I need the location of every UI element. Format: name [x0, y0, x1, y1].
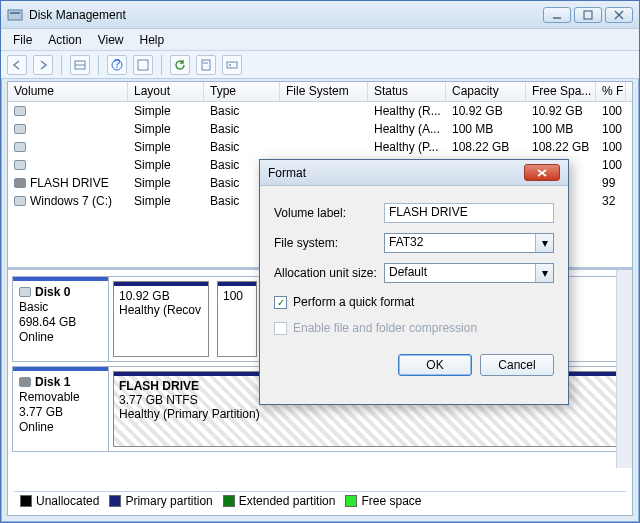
column-header[interactable]: File System	[280, 82, 368, 101]
disk0-name: Disk 0	[35, 285, 70, 299]
quick-format-row[interactable]: ✓ Perform a quick format	[274, 292, 554, 312]
menubar: File Action View Help	[1, 29, 639, 51]
column-header[interactable]: % F	[596, 82, 626, 101]
table-cell	[280, 146, 368, 148]
table-cell: 100 MB	[526, 121, 596, 137]
menu-help[interactable]: Help	[132, 31, 173, 49]
chevron-down-icon: ▾	[535, 264, 553, 282]
svg-rect-10	[138, 60, 148, 70]
svg-rect-0	[8, 10, 22, 20]
help-icon[interactable]: ?	[107, 55, 127, 75]
legend-primary: Primary partition	[125, 494, 212, 508]
table-cell: 10.92 GB	[526, 103, 596, 119]
compression-checkbox	[274, 322, 287, 335]
svg-point-14	[229, 64, 231, 66]
svg-rect-13	[227, 62, 237, 68]
disk0-partition[interactable]: 100	[217, 281, 257, 357]
cancel-button[interactable]: Cancel	[480, 354, 554, 376]
table-cell: 108.22 GB	[446, 139, 526, 155]
toolbar-icon[interactable]	[133, 55, 153, 75]
forward-button[interactable]	[33, 55, 53, 75]
file-system-select[interactable]: FAT32▾	[384, 233, 554, 253]
table-cell: 10.92 GB	[446, 103, 526, 119]
column-header[interactable]: Status	[368, 82, 446, 101]
flash-drive-icon	[14, 178, 26, 188]
file-system-value: FAT32	[389, 235, 423, 249]
compression-row: Enable file and folder compression	[274, 318, 554, 338]
table-cell: FLASH DRIVE	[8, 175, 128, 191]
table-cell: Basic	[204, 103, 280, 119]
close-button[interactable]	[605, 7, 633, 23]
table-cell: 100	[596, 121, 626, 137]
legend-extended: Extended partition	[239, 494, 336, 508]
menu-action[interactable]: Action	[40, 31, 89, 49]
disk0-header[interactable]: Disk 0 Basic 698.64 GB Online	[13, 277, 109, 361]
column-header[interactable]: Type	[204, 82, 280, 101]
table-cell	[8, 141, 128, 153]
disk-icon	[19, 287, 31, 297]
table-cell	[280, 128, 368, 130]
table-row[interactable]: SimpleBasicHealthy (P...108.22 GB108.22 …	[8, 138, 632, 156]
legend-unallocated: Unallocated	[36, 494, 99, 508]
legend-free-swatch	[345, 495, 357, 507]
format-dialog: Format Volume label: FLASH DRIVE File sy…	[259, 159, 569, 405]
disk0-partition[interactable]: 10.92 GBHealthy (Recov	[113, 281, 209, 357]
table-cell: 100 MB	[446, 121, 526, 137]
table-cell: Simple	[128, 193, 204, 209]
properties-icon[interactable]	[196, 55, 216, 75]
svg-text:?: ?	[114, 59, 121, 71]
table-cell	[8, 105, 128, 117]
table-header: VolumeLayoutTypeFile SystemStatusCapacit…	[8, 82, 632, 102]
app-icon	[7, 7, 23, 23]
column-header[interactable]: Layout	[128, 82, 204, 101]
disk0-size: 698.64 GB	[19, 315, 102, 329]
table-cell: Simple	[128, 175, 204, 191]
column-header[interactable]: Capacity	[446, 82, 526, 101]
column-header[interactable]: Volume	[8, 82, 128, 101]
legend-free: Free space	[361, 494, 421, 508]
minimize-button[interactable]	[543, 7, 571, 23]
allocation-value: Default	[389, 265, 427, 279]
disk1-name: Disk 1	[35, 375, 70, 389]
maximize-button[interactable]	[574, 7, 602, 23]
allocation-label: Allocation unit size:	[274, 266, 384, 280]
disk-map-scrollbar[interactable]	[616, 270, 632, 468]
table-cell: Healthy (P...	[368, 139, 446, 155]
toolbar-grid-icon[interactable]	[70, 55, 90, 75]
table-cell	[8, 123, 128, 135]
menu-view[interactable]: View	[90, 31, 132, 49]
table-row[interactable]: SimpleBasicHealthy (A...100 MB100 MB100	[8, 120, 632, 138]
window-title: Disk Management	[29, 8, 543, 22]
quick-format-label: Perform a quick format	[293, 295, 414, 309]
refresh-icon[interactable]	[170, 55, 190, 75]
table-row[interactable]: SimpleBasicHealthy (R...10.92 GB10.92 GB…	[8, 102, 632, 120]
table-cell: 108.22 GB	[526, 139, 596, 155]
table-cell: Simple	[128, 121, 204, 137]
table-cell: Windows 7 (C:)	[8, 193, 128, 209]
menu-file[interactable]: File	[5, 31, 40, 49]
table-cell: 99	[596, 175, 626, 191]
svg-rect-1	[10, 12, 20, 14]
back-button[interactable]	[7, 55, 27, 75]
disk1-header[interactable]: Disk 1 Removable 3.77 GB Online	[13, 367, 109, 451]
column-header[interactable]: Free Spa...	[526, 82, 596, 101]
toolbar-settings-icon[interactable]	[222, 55, 242, 75]
table-cell: Simple	[128, 157, 204, 173]
titlebar[interactable]: Disk Management	[1, 1, 639, 29]
dialog-titlebar[interactable]: Format	[260, 160, 568, 186]
legend-unallocated-swatch	[20, 495, 32, 507]
ok-button[interactable]: OK	[398, 354, 472, 376]
quick-format-checkbox[interactable]: ✓	[274, 296, 287, 309]
table-cell: 32	[596, 193, 626, 209]
disk-management-window: Disk Management File Action View Help ? …	[0, 0, 640, 523]
partition-status: Healthy (Primary Partition)	[119, 407, 617, 421]
volume-label-label: Volume label:	[274, 206, 384, 220]
table-cell: 100	[596, 139, 626, 155]
dialog-close-button[interactable]	[524, 164, 560, 181]
allocation-select[interactable]: Default▾	[384, 263, 554, 283]
hdd-icon	[14, 142, 26, 152]
table-cell	[8, 159, 128, 171]
disk0-status: Online	[19, 330, 102, 344]
volume-label-input[interactable]: FLASH DRIVE	[384, 203, 554, 223]
legend-primary-swatch	[109, 495, 121, 507]
